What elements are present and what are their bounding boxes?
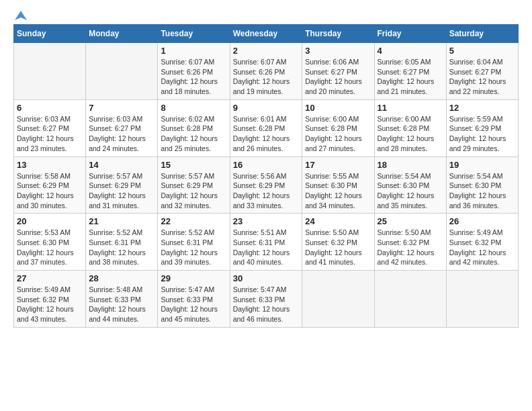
day-info: Sunrise: 6:03 AM Sunset: 6:27 PM Dayligh… xyxy=(89,114,154,154)
day-number: 1 xyxy=(161,46,226,56)
day-info: Sunrise: 6:00 AM Sunset: 6:28 PM Dayligh… xyxy=(305,114,371,154)
calendar-cell xyxy=(86,43,158,100)
day-info: Sunrise: 5:56 AM Sunset: 6:29 PM Dayligh… xyxy=(233,171,300,211)
svg-marker-0 xyxy=(15,11,27,20)
day-number: 27 xyxy=(17,273,83,283)
day-header-thursday: Thursday xyxy=(302,25,374,43)
week-row-5: 27Sunrise: 5:49 AM Sunset: 6:32 PM Dayli… xyxy=(14,271,519,328)
day-info: Sunrise: 5:50 AM Sunset: 6:32 PM Dayligh… xyxy=(305,228,371,267)
calendar-cell: 29Sunrise: 5:47 AM Sunset: 6:33 PM Dayli… xyxy=(158,271,230,328)
day-number: 28 xyxy=(89,273,154,283)
day-info: Sunrise: 5:59 AM Sunset: 6:29 PM Dayligh… xyxy=(449,114,515,154)
day-number: 13 xyxy=(17,160,83,170)
day-number: 29 xyxy=(161,273,226,283)
day-info: Sunrise: 5:53 AM Sunset: 6:30 PM Dayligh… xyxy=(17,228,83,267)
day-number: 9 xyxy=(233,103,300,113)
calendar-cell: 22Sunrise: 5:52 AM Sunset: 6:31 PM Dayli… xyxy=(158,214,230,271)
day-header-monday: Monday xyxy=(86,25,158,43)
day-number: 24 xyxy=(305,216,371,226)
calendar-cell: 3Sunrise: 6:06 AM Sunset: 6:27 PM Daylig… xyxy=(302,43,374,100)
logo-bird-icon xyxy=(15,11,27,21)
day-info: Sunrise: 6:05 AM Sunset: 6:27 PM Dayligh… xyxy=(378,57,443,97)
day-info: Sunrise: 5:49 AM Sunset: 6:32 PM Dayligh… xyxy=(17,285,83,324)
day-number: 23 xyxy=(233,216,300,226)
day-number: 2 xyxy=(233,46,300,56)
day-info: Sunrise: 6:03 AM Sunset: 6:27 PM Dayligh… xyxy=(17,114,83,154)
day-header-friday: Friday xyxy=(374,25,446,43)
day-info: Sunrise: 6:07 AM Sunset: 6:26 PM Dayligh… xyxy=(233,57,300,97)
calendar-cell: 17Sunrise: 5:55 AM Sunset: 6:30 PM Dayli… xyxy=(302,156,374,214)
calendar-cell: 8Sunrise: 6:02 AM Sunset: 6:28 PM Daylig… xyxy=(158,99,230,156)
calendar-cell xyxy=(374,271,446,328)
day-number: 12 xyxy=(449,103,515,113)
calendar-cell: 24Sunrise: 5:50 AM Sunset: 6:32 PM Dayli… xyxy=(302,214,374,271)
day-number: 8 xyxy=(161,103,226,113)
day-number: 19 xyxy=(449,160,515,170)
day-header-saturday: Saturday xyxy=(446,25,518,43)
day-number: 16 xyxy=(233,160,300,170)
week-row-1: 1Sunrise: 6:07 AM Sunset: 6:26 PM Daylig… xyxy=(14,43,519,100)
day-info: Sunrise: 6:06 AM Sunset: 6:27 PM Dayligh… xyxy=(305,57,371,97)
calendar-body: 1Sunrise: 6:07 AM Sunset: 6:26 PM Daylig… xyxy=(14,43,519,328)
day-number: 5 xyxy=(449,46,515,56)
calendar-cell: 6Sunrise: 6:03 AM Sunset: 6:27 PM Daylig… xyxy=(14,99,86,156)
calendar-header-row: SundayMondayTuesdayWednesdayThursdayFrid… xyxy=(14,25,519,43)
day-info: Sunrise: 5:52 AM Sunset: 6:31 PM Dayligh… xyxy=(89,228,154,267)
week-row-2: 6Sunrise: 6:03 AM Sunset: 6:27 PM Daylig… xyxy=(14,99,519,156)
calendar-cell: 4Sunrise: 6:05 AM Sunset: 6:27 PM Daylig… xyxy=(374,43,446,100)
day-info: Sunrise: 6:07 AM Sunset: 6:26 PM Dayligh… xyxy=(161,57,226,97)
day-info: Sunrise: 5:52 AM Sunset: 6:31 PM Dayligh… xyxy=(161,228,226,267)
calendar-cell: 27Sunrise: 5:49 AM Sunset: 6:32 PM Dayli… xyxy=(14,271,86,328)
calendar-cell xyxy=(446,271,518,328)
day-number: 7 xyxy=(89,103,154,113)
day-number: 21 xyxy=(89,216,154,226)
day-number: 26 xyxy=(449,216,515,226)
calendar-cell: 18Sunrise: 5:54 AM Sunset: 6:30 PM Dayli… xyxy=(374,156,446,214)
day-info: Sunrise: 5:57 AM Sunset: 6:29 PM Dayligh… xyxy=(89,171,154,211)
header xyxy=(13,13,519,17)
day-info: Sunrise: 5:48 AM Sunset: 6:33 PM Dayligh… xyxy=(89,285,154,324)
day-number: 18 xyxy=(378,160,443,170)
calendar-cell: 25Sunrise: 5:50 AM Sunset: 6:32 PM Dayli… xyxy=(374,214,446,271)
calendar-cell: 30Sunrise: 5:47 AM Sunset: 6:33 PM Dayli… xyxy=(230,271,302,328)
day-info: Sunrise: 6:01 AM Sunset: 6:28 PM Dayligh… xyxy=(233,114,300,154)
day-header-tuesday: Tuesday xyxy=(158,25,230,43)
day-number: 30 xyxy=(233,273,300,283)
calendar-cell: 28Sunrise: 5:48 AM Sunset: 6:33 PM Dayli… xyxy=(86,271,158,328)
day-info: Sunrise: 5:49 AM Sunset: 6:32 PM Dayligh… xyxy=(449,228,515,267)
day-number: 11 xyxy=(378,103,443,113)
calendar-cell: 15Sunrise: 5:57 AM Sunset: 6:29 PM Dayli… xyxy=(158,156,230,214)
calendar-cell: 14Sunrise: 5:57 AM Sunset: 6:29 PM Dayli… xyxy=(86,156,158,214)
day-number: 20 xyxy=(17,216,83,226)
calendar-cell xyxy=(302,271,374,328)
day-number: 4 xyxy=(378,46,443,56)
day-info: Sunrise: 5:47 AM Sunset: 6:33 PM Dayligh… xyxy=(233,285,300,324)
day-number: 3 xyxy=(305,46,371,56)
logo xyxy=(13,13,27,17)
calendar-cell: 5Sunrise: 6:04 AM Sunset: 6:27 PM Daylig… xyxy=(446,43,518,100)
calendar-cell: 13Sunrise: 5:58 AM Sunset: 6:29 PM Dayli… xyxy=(14,156,86,214)
day-number: 15 xyxy=(161,160,226,170)
calendar-table: SundayMondayTuesdayWednesdayThursdayFrid… xyxy=(13,24,519,328)
day-info: Sunrise: 5:54 AM Sunset: 6:30 PM Dayligh… xyxy=(378,171,443,211)
calendar-cell: 16Sunrise: 5:56 AM Sunset: 6:29 PM Dayli… xyxy=(230,156,302,214)
calendar-cell: 9Sunrise: 6:01 AM Sunset: 6:28 PM Daylig… xyxy=(230,99,302,156)
calendar-cell: 23Sunrise: 5:51 AM Sunset: 6:31 PM Dayli… xyxy=(230,214,302,271)
day-number: 6 xyxy=(17,103,83,113)
day-info: Sunrise: 6:04 AM Sunset: 6:27 PM Dayligh… xyxy=(449,57,515,97)
day-number: 14 xyxy=(89,160,154,170)
calendar-cell: 12Sunrise: 5:59 AM Sunset: 6:29 PM Dayli… xyxy=(446,99,518,156)
calendar-cell: 7Sunrise: 6:03 AM Sunset: 6:27 PM Daylig… xyxy=(86,99,158,156)
day-info: Sunrise: 5:50 AM Sunset: 6:32 PM Dayligh… xyxy=(378,228,443,267)
calendar-cell: 1Sunrise: 6:07 AM Sunset: 6:26 PM Daylig… xyxy=(158,43,230,100)
day-info: Sunrise: 5:47 AM Sunset: 6:33 PM Dayligh… xyxy=(161,285,226,324)
calendar-cell: 20Sunrise: 5:53 AM Sunset: 6:30 PM Dayli… xyxy=(14,214,86,271)
day-info: Sunrise: 6:00 AM Sunset: 6:28 PM Dayligh… xyxy=(378,114,443,154)
calendar-cell: 2Sunrise: 6:07 AM Sunset: 6:26 PM Daylig… xyxy=(230,43,302,100)
day-info: Sunrise: 5:51 AM Sunset: 6:31 PM Dayligh… xyxy=(233,228,300,267)
day-number: 22 xyxy=(161,216,226,226)
week-row-4: 20Sunrise: 5:53 AM Sunset: 6:30 PM Dayli… xyxy=(14,214,519,271)
day-header-sunday: Sunday xyxy=(14,25,86,43)
calendar-cell xyxy=(14,43,86,100)
calendar-cell: 10Sunrise: 6:00 AM Sunset: 6:28 PM Dayli… xyxy=(302,99,374,156)
